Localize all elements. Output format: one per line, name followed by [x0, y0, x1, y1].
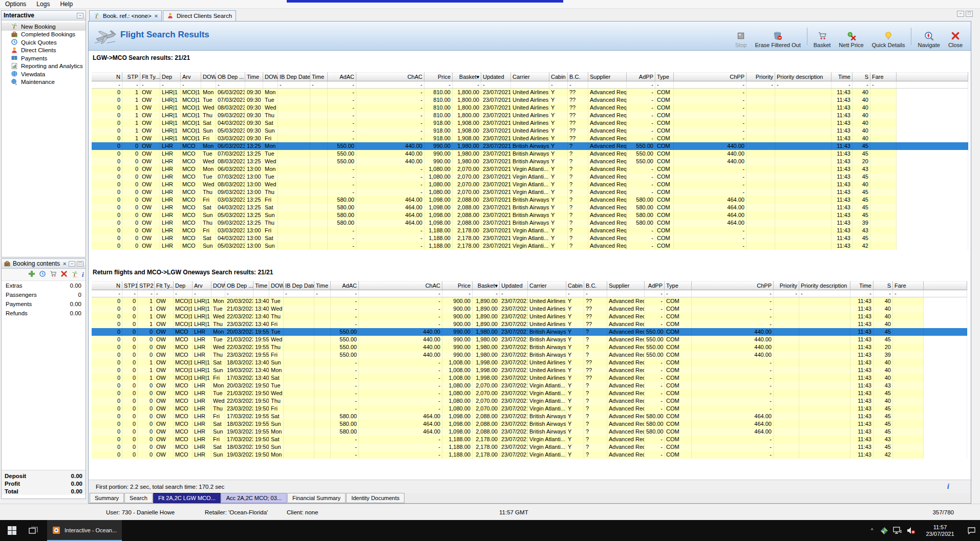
cell[interactable]: -: [359, 290, 442, 297]
bottom-tab[interactable]: Identity Documents: [346, 493, 404, 503]
flight-result-row[interactable]: 01OWLHR|1MCO|1Thu09/03/202309:30Thu--810…: [92, 112, 968, 119]
flight-result-row[interactable]: 01OWLHR|1MCO|1Tue07/03/202309:30Tue--810…: [92, 96, 968, 104]
cell[interactable]: -: [584, 290, 607, 297]
flight-result-row-selected[interactable]: 00OWLHRMCOMon06/03/202313:25Mon550.00440…: [92, 142, 968, 150]
menu-logs[interactable]: Logs: [31, 0, 55, 9]
cell[interactable]: -: [692, 290, 774, 297]
flight-result-row[interactable]: 00OWLHRMCOWed08/03/202313:00Wed--1,080.0…: [92, 181, 968, 188]
column-header[interactable]: ChPP: [692, 281, 774, 290]
column-header[interactable]: Carrier: [528, 281, 566, 290]
cell[interactable]: -: [331, 290, 359, 297]
column-header[interactable]: S: [853, 72, 870, 81]
basket-button[interactable]: Basket: [809, 25, 835, 48]
cell[interactable]: -: [655, 81, 674, 89]
cell[interactable]: -: [568, 81, 588, 89]
cell[interactable]: -: [874, 290, 893, 297]
close-icon[interactable]: ×: [155, 13, 158, 19]
hidden-icons-chevron[interactable]: ^: [866, 520, 878, 541]
flight-result-row[interactable]: 000OWMCOLHRThu23/03/202319:50Fri--1,080.…: [92, 405, 967, 413]
column-header[interactable]: Time: [253, 281, 269, 290]
close-icon[interactable]: ×: [63, 261, 66, 267]
cell[interactable]: [511, 81, 549, 89]
column-header[interactable]: ChPP: [674, 72, 747, 81]
column-header[interactable]: Type: [655, 72, 674, 81]
booking-item-extras[interactable]: Extras0.00: [2, 281, 86, 290]
column-header[interactable]: Time: [850, 281, 874, 290]
cell[interactable]: -: [893, 290, 924, 297]
flight-result-row[interactable]: 00OWLHRMCOWed08/03/202313:25Wed550.00440…: [92, 158, 968, 165]
antivirus-tray-icon[interactable]: [878, 520, 891, 541]
cell[interactable]: -: [193, 290, 211, 297]
sidebar-item-new-booking[interactable]: New Booking: [2, 23, 86, 31]
column-header[interactable]: Fare: [893, 281, 924, 290]
cell[interactable]: -: [216, 81, 245, 89]
cell[interactable]: -: [92, 81, 122, 89]
cell[interactable]: -: [799, 290, 850, 297]
cell[interactable]: -: [310, 81, 328, 89]
column-header[interactable]: DOW: [263, 72, 278, 81]
column-header[interactable]: OB Dep ...: [225, 281, 253, 290]
flight-result-row[interactable]: 000OWMCOLHRSun19/03/202319:50Mon--1,188.…: [92, 451, 967, 459]
bottom-tab[interactable]: Acc 2A,2C MCO; 03...: [221, 493, 287, 503]
column-header[interactable]: B.C.: [568, 72, 588, 81]
document-tab[interactable]: Book. ref.: <none>×: [89, 10, 162, 21]
cell[interactable]: -: [665, 290, 692, 297]
cell[interactable]: [245, 81, 263, 89]
quick-details-button[interactable]: Quick Details: [868, 25, 909, 48]
sidebar-item-reporting-and-analytics[interactable]: Reporting and Analytics: [2, 62, 86, 71]
cell[interactable]: -: [138, 290, 155, 297]
flight-result-row[interactable]: 00OWLHRMCOThu09/03/202313:25Thu580.00464…: [92, 219, 968, 227]
volume-muted-icon[interactable]: [904, 520, 918, 541]
column-header[interactable]: AdAC: [331, 281, 359, 290]
cell[interactable]: -: [328, 81, 356, 89]
flight-result-row[interactable]: 00OWLHRMCOSat04/03/202313:00Sat--1,188.0…: [92, 234, 968, 242]
document-tab[interactable]: Direct Clients Search: [163, 10, 236, 21]
cell[interactable]: -: [870, 81, 897, 89]
menu-options[interactable]: Options: [0, 0, 31, 9]
column-header[interactable]: Supplier: [607, 281, 645, 290]
flight-result-row[interactable]: 00OWLHRMCOSun05/03/202313:00Sun--1,188.0…: [92, 242, 968, 250]
cell[interactable]: -: [747, 81, 775, 89]
flight-result-row[interactable]: 00OWLHRMCOFri03/03/202313:00Fri--1,188.0…: [92, 227, 968, 234]
flight-result-row[interactable]: 001OWMCO|1LHR|1Sun19/03/202313:40Mon--1,…: [92, 366, 967, 374]
flight-result-row[interactable]: 01OWLHR|1MCO|1Wed08/03/202309:30Wed--810…: [92, 104, 968, 112]
column-header[interactable]: Priority description: [775, 72, 832, 81]
column-header[interactable]: STP2: [138, 281, 155, 290]
cell[interactable]: -: [500, 290, 528, 297]
column-header[interactable]: Basket▾: [473, 281, 500, 290]
cell[interactable]: -: [181, 81, 201, 89]
column-header[interactable]: N: [92, 281, 122, 290]
cell[interactable]: [253, 290, 269, 297]
column-header[interactable]: Time: [245, 72, 263, 81]
flight-result-row[interactable]: 000OWMCOLHRWed22/03/202319:55Thu550.0044…: [92, 343, 967, 351]
flight-result-row[interactable]: 000OWMCOLHRTue21/03/202319:50Wed--1,080.…: [92, 389, 967, 397]
menu-help[interactable]: Help: [55, 0, 78, 9]
collapse-icon[interactable]: −: [77, 13, 83, 18]
flight-result-row[interactable]: 000OWMCOLHRWed22/03/202319:50Thu--1,080.…: [92, 397, 967, 405]
column-header[interactable]: Priority description: [799, 281, 850, 290]
cell[interactable]: -: [160, 81, 181, 89]
cell[interactable]: -: [122, 81, 140, 89]
cell[interactable]: [269, 290, 284, 297]
info-icon[interactable]: i: [82, 271, 84, 279]
sidebar-item-quick-quotes[interactable]: Quick Quotes: [2, 38, 86, 47]
column-header[interactable]: ChAC: [356, 72, 424, 81]
column-header[interactable]: AdPP: [645, 281, 665, 290]
column-header[interactable]: Priority: [747, 72, 775, 81]
column-header[interactable]: IB Dep Date: [278, 72, 310, 81]
bottom-tab[interactable]: Financial Summary: [287, 493, 346, 503]
cell[interactable]: -: [453, 81, 481, 89]
cell[interactable]: [528, 290, 566, 297]
column-header[interactable]: Updated: [500, 281, 528, 290]
flight-result-row[interactable]: 01OWLHR|1MCO|1Sun05/03/202309:30Sun--918…: [92, 127, 968, 135]
sidebar-item-completed-bookings[interactable]: Completed Bookings: [2, 31, 86, 39]
cell[interactable]: -: [775, 81, 832, 89]
column-header[interactable]: STP: [122, 72, 140, 81]
task-view-icon[interactable]: [24, 520, 43, 541]
column-header[interactable]: N: [92, 72, 122, 81]
column-header[interactable]: B.C.: [584, 281, 607, 290]
column-header[interactable]: Time: [310, 72, 328, 81]
cell[interactable]: -: [549, 81, 568, 89]
cell[interactable]: -: [356, 81, 424, 89]
cell[interactable]: -: [122, 290, 138, 297]
